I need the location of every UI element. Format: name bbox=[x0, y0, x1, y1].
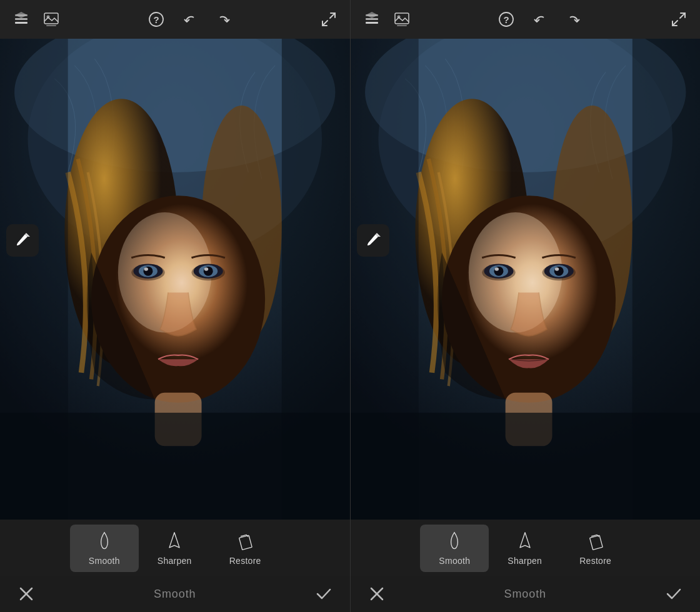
right-sharpen-icon bbox=[516, 531, 534, 552]
right-toolbar: ? bbox=[351, 0, 701, 39]
sharpen-icon bbox=[166, 531, 183, 552]
svg-point-50 bbox=[494, 267, 498, 270]
layers-icon[interactable] bbox=[10, 8, 32, 31]
svg-rect-58 bbox=[351, 413, 701, 520]
svg-rect-29 bbox=[239, 535, 252, 550]
right-confirm-button[interactable] bbox=[662, 583, 685, 605]
smooth-icon bbox=[96, 531, 113, 552]
left-bottom-tools: Smooth Sharpen Restore bbox=[0, 520, 350, 576]
left-toolbar: ? bbox=[0, 0, 350, 39]
right-image-icon[interactable] bbox=[391, 8, 413, 31]
right-smooth-label: Smooth bbox=[439, 556, 470, 566]
restore-icon bbox=[236, 531, 254, 552]
right-undo-icon[interactable] bbox=[529, 8, 551, 31]
expand-icon[interactable] bbox=[318, 8, 340, 31]
svg-rect-59 bbox=[589, 535, 602, 550]
svg-rect-33 bbox=[395, 13, 409, 24]
svg-rect-31 bbox=[366, 18, 378, 20]
svg-point-54 bbox=[554, 267, 558, 270]
right-image-area bbox=[351, 39, 701, 520]
svg-text:?: ? bbox=[153, 14, 159, 25]
right-sharpen-label: Sharpen bbox=[508, 556, 542, 566]
left-brush-tool[interactable] bbox=[6, 224, 39, 257]
left-panel: ? bbox=[0, 0, 351, 612]
left-toolbar-left bbox=[10, 8, 62, 31]
right-cancel-button[interactable] bbox=[366, 583, 388, 605]
left-restore-label: Restore bbox=[229, 556, 261, 566]
left-action-title: Smooth bbox=[154, 588, 196, 601]
right-toolbar-left bbox=[361, 8, 413, 31]
left-smooth-label: Smooth bbox=[89, 556, 120, 566]
right-restore-icon bbox=[587, 531, 604, 552]
right-smooth-button[interactable]: Smooth bbox=[420, 525, 489, 572]
left-smooth-button[interactable]: Smooth bbox=[70, 525, 139, 572]
left-cancel-button[interactable] bbox=[15, 583, 38, 605]
svg-rect-3 bbox=[44, 13, 58, 24]
right-brush-tool[interactable] bbox=[357, 224, 389, 257]
left-sharpen-button[interactable]: Sharpen bbox=[139, 525, 211, 572]
svg-rect-28 bbox=[0, 413, 350, 520]
svg-text:?: ? bbox=[504, 14, 509, 25]
right-expand-icon[interactable] bbox=[668, 8, 690, 31]
left-toolbar-center: ? bbox=[145, 8, 235, 31]
right-layers-icon[interactable] bbox=[361, 8, 383, 31]
help-icon[interactable]: ? bbox=[145, 8, 168, 31]
svg-rect-5 bbox=[46, 25, 56, 26]
right-bottom-tools: Smooth Sharpen Restore bbox=[351, 520, 701, 576]
image-icon[interactable] bbox=[40, 8, 62, 31]
right-smooth-icon bbox=[446, 531, 463, 552]
svg-point-20 bbox=[144, 267, 148, 270]
right-toolbar-center: ? bbox=[495, 8, 585, 31]
svg-rect-35 bbox=[397, 25, 407, 26]
right-redo-icon[interactable] bbox=[562, 8, 585, 31]
left-action-bar: Smooth bbox=[0, 576, 350, 612]
left-image-area bbox=[0, 39, 350, 520]
svg-rect-2 bbox=[15, 22, 28, 24]
right-action-bar: Smooth bbox=[351, 576, 701, 612]
left-restore-button[interactable]: Restore bbox=[211, 525, 280, 572]
redo-icon[interactable] bbox=[212, 8, 235, 31]
right-sharpen-button[interactable]: Sharpen bbox=[489, 525, 561, 572]
right-help-icon[interactable]: ? bbox=[495, 8, 518, 31]
svg-point-24 bbox=[204, 267, 208, 270]
right-panel: ? bbox=[351, 0, 701, 612]
undo-icon[interactable] bbox=[179, 8, 201, 31]
right-restore-label: Restore bbox=[579, 556, 611, 566]
left-sharpen-label: Sharpen bbox=[158, 556, 192, 566]
right-action-title: Smooth bbox=[504, 588, 546, 601]
svg-rect-1 bbox=[15, 18, 28, 20]
main-container: ? bbox=[0, 0, 700, 612]
right-restore-button[interactable]: Restore bbox=[561, 525, 630, 572]
svg-rect-32 bbox=[366, 22, 378, 24]
right-toolbar-right bbox=[668, 8, 690, 31]
left-toolbar-right bbox=[318, 8, 340, 31]
left-confirm-button[interactable] bbox=[312, 583, 335, 605]
